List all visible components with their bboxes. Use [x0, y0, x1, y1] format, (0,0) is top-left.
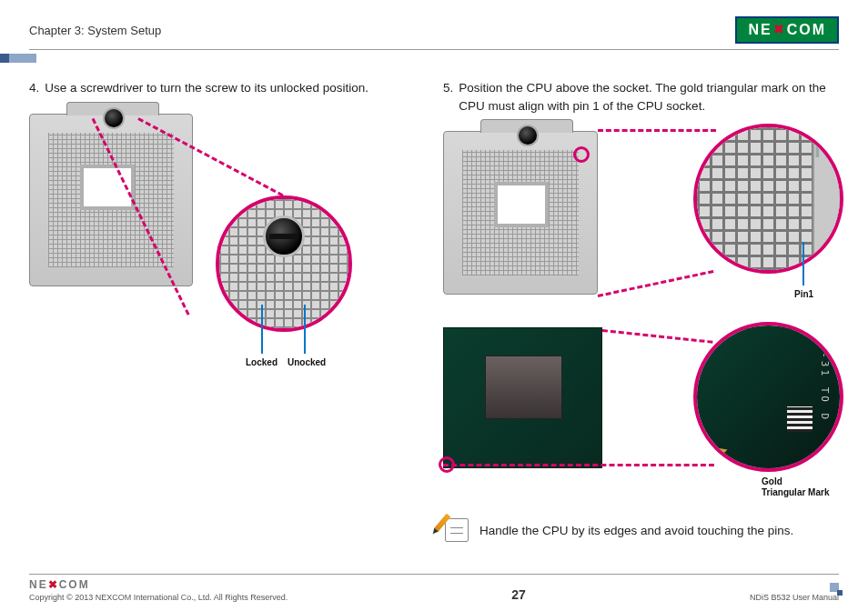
- brand-logo: NE ✖ COM: [735, 16, 839, 44]
- cpu-qr-code: [787, 406, 812, 432]
- step-4-body: Use a screwdriver to turn the screw to i…: [45, 79, 425, 97]
- step-4-text: 4. Use a screwdriver to turn the screw t…: [29, 79, 425, 97]
- figure-screw-unlock: Locked Unocked: [29, 114, 425, 377]
- cpu-die: [485, 356, 562, 419]
- cpu-socket-image-2: [443, 131, 598, 295]
- footer-brand-right: COM: [59, 578, 90, 591]
- page-header: Chapter 3: System Setup NE ✖ COM: [29, 16, 839, 50]
- zoom-dashed-line: [443, 464, 714, 466]
- step-5-body: Position the CPU above the socket. The g…: [459, 79, 839, 115]
- label-pin1: Pin1: [794, 289, 813, 299]
- label-gold-line1: Gold: [762, 476, 782, 486]
- figure-socket-pin1: N Pin1: [443, 131, 839, 322]
- label-locked: Locked: [246, 357, 278, 367]
- page-footer: NE✖COM Copyright © 2013 NEXCOM Internati…: [29, 574, 839, 602]
- step-5-text: 5. Position the CPU above the socket. Th…: [443, 79, 839, 115]
- label-gold-line2: Triangular Mark: [762, 487, 829, 497]
- zoom-circle-screw: [216, 195, 352, 332]
- note-row: Handle the CPU by its edges and avoid to…: [443, 516, 839, 544]
- side-tab-decoration: [0, 54, 36, 63]
- label-unlocked: Unocked: [288, 357, 326, 367]
- footer-brand-x-icon: ✖: [48, 578, 59, 591]
- page-number: 27: [511, 587, 526, 602]
- brand-text-left: NE: [748, 22, 772, 38]
- cpu-marking-text: i5-31 TO D: [819, 335, 831, 422]
- doc-title: NDiS B532 User Manual: [750, 593, 839, 602]
- figure-cpu-triangle: i5-31 TO D Gold Triangular Mark: [443, 327, 839, 509]
- cpu-chip-image: [443, 327, 602, 468]
- footer-right: NDiS B532 User Manual: [750, 582, 839, 602]
- right-column: 5. Position the CPU above the socket. Th…: [443, 79, 839, 574]
- socket-letter-n: N: [814, 135, 833, 164]
- zoom-dashed-line: [598, 129, 716, 132]
- note-paper-icon: [445, 518, 469, 542]
- zoom-screw-slot: [269, 234, 298, 239]
- chapter-title: Chapter 3: System Setup: [29, 24, 161, 37]
- socket-screw-2: [517, 125, 539, 146]
- left-column: 4. Use a screwdriver to turn the screw t…: [29, 79, 425, 574]
- pin1-marker-small: [573, 146, 590, 163]
- brand-x-icon: ✖: [773, 22, 786, 36]
- pointer-line-pin1: [802, 242, 804, 285]
- footer-brand-logo: NE✖COM: [29, 578, 288, 591]
- step-5-number: 5.: [443, 79, 453, 115]
- copyright-text: Copyright © 2013 NEXCOM International Co…: [29, 593, 288, 602]
- main-content: 4. Use a screwdriver to turn the screw t…: [29, 79, 839, 574]
- step-4-number: 4.: [29, 79, 39, 97]
- label-gold-triangle: Gold Triangular Mark: [762, 476, 829, 498]
- zoom-circle-pin1: N: [693, 124, 843, 274]
- pointer-line-locked: [261, 305, 263, 354]
- zoom-dashed-line: [602, 329, 713, 344]
- zoom-circle-triangle: i5-31 TO D: [693, 322, 843, 472]
- socket-cutout-2: [494, 182, 549, 227]
- footer-left: NE✖COM Copyright © 2013 NEXCOM Internati…: [29, 578, 288, 602]
- brand-text-right: COM: [787, 22, 826, 38]
- socket-screw: [103, 107, 125, 129]
- cpu-socket-image: [29, 114, 193, 286]
- note-icon: [443, 516, 470, 544]
- note-text: Handle the CPU by its edges and avoid to…: [479, 524, 793, 537]
- footer-mark-icon: [830, 583, 839, 592]
- footer-brand-left: NE: [29, 578, 48, 591]
- zoom-dashed-line: [598, 270, 714, 297]
- pointer-line-unlocked: [304, 305, 306, 354]
